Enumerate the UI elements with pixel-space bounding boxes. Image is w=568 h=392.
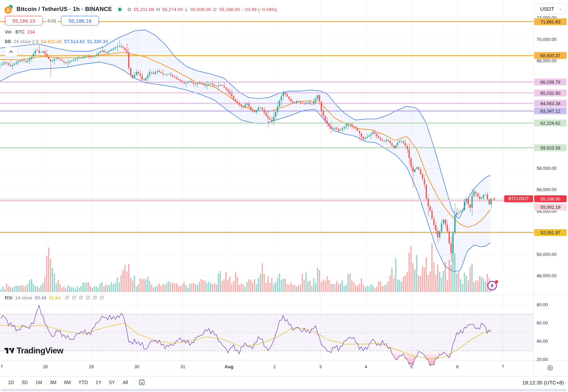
rsi-axis-label: 40.00	[537, 339, 548, 344]
bb-legend-title: BB	[5, 39, 11, 44]
time-axis-label: 29	[89, 364, 94, 369]
volume-legend[interactable]: Vol · BTC 234	[5, 29, 35, 34]
price-axis-label: 58,000.00	[537, 166, 557, 171]
price-axis-label: 56,000.00	[537, 187, 557, 193]
volume-value: 234	[27, 29, 35, 34]
range-button-all[interactable]: All	[119, 378, 131, 386]
range-button-ytd[interactable]: YTD	[75, 378, 91, 386]
watermark-text: TradingView	[17, 346, 63, 355]
hexagon-settings-icon	[547, 365, 553, 371]
chevron-up-icon	[9, 51, 13, 53]
range-button-6m[interactable]: 6M	[61, 378, 74, 386]
rsi-axis-label: 60.00	[537, 320, 548, 326]
currency-label: USDT	[540, 6, 554, 12]
rsi-value: 50.43	[35, 295, 47, 300]
flash-alert-button[interactable]	[486, 279, 499, 292]
time-axis-label: 30	[134, 364, 139, 369]
time-axis-label: 6	[456, 364, 458, 369]
buy-button[interactable]: 55,186.16	[61, 16, 99, 25]
time-axis-label: 31	[180, 364, 185, 369]
change-value: −23.99 (−0.04%)	[242, 7, 277, 12]
time-axis-label: 28	[43, 364, 48, 369]
chart-canvas[interactable]	[0, 0, 568, 392]
tradingview-logo-icon	[4, 346, 14, 355]
ohlc-values: O55,211.98 H55,274.00 L55,006.00 C55,188…	[128, 7, 277, 12]
open-value: 55,211.98	[133, 7, 154, 12]
range-button-5y[interactable]: 5Y	[106, 378, 118, 386]
rsi-axis-label: 80.00	[537, 302, 548, 308]
btc-usdt-pair-icon: ₿	[3, 4, 14, 14]
price-line-label: 64,063.38	[534, 100, 567, 107]
rsi-disabled-values: ∅∅∅∅∅∅	[65, 295, 104, 300]
symbol-price-badge: BTCUSDT	[504, 195, 533, 202]
open-label: O	[128, 7, 131, 12]
volume-legend-title: Vol · BTC	[5, 29, 25, 34]
time-axis-label: 4	[365, 364, 367, 369]
time-axis-label: 5	[410, 364, 412, 369]
price-line-label: 55,002.19	[534, 204, 567, 210]
price-axis-label: 68,000.00	[537, 58, 557, 64]
tradingview-chart-app: ₿ Bitcoin / TetherUS · 1h · BINANCE O55,…	[0, 0, 568, 392]
time-axis-label: 7	[0, 364, 3, 369]
price-line-label: 66,039.79	[534, 79, 567, 85]
axis-settings-button[interactable]	[546, 364, 555, 372]
rsi-empty-value: ∅	[65, 295, 69, 300]
bb-legend[interactable]: BB 24 close 2 0 54,422.48 57,514.62 51,3…	[5, 39, 108, 44]
rsi-legend[interactable]: RSI 14 close 50.43 52.64 ∅∅∅∅∅∅	[5, 295, 104, 300]
toolbar-divider	[134, 379, 135, 386]
goto-date-button[interactable]	[138, 379, 145, 386]
range-button-1y[interactable]: 1Y	[92, 378, 104, 386]
rsi-empty-value: ∅	[72, 295, 76, 300]
lightning-icon	[486, 279, 499, 292]
calendar-goto-icon	[138, 379, 145, 386]
close-label: C	[213, 7, 217, 12]
symbol-title[interactable]: Bitcoin / TetherUS · 1h · BINANCE	[17, 6, 112, 13]
high-label: H	[156, 7, 160, 12]
time-axis-label: 2	[273, 364, 276, 369]
price-line-label: 59,923.59	[534, 144, 567, 151]
price-line-label: 63,347.12	[534, 107, 567, 114]
time-axis-label: 7	[501, 364, 504, 369]
clock[interactable]: 18:12:35 (UTC+8)	[522, 380, 568, 385]
order-buttons: 55,186.15 0.01 55,186.16	[5, 16, 99, 25]
price-line-label: 71,661.63	[534, 18, 567, 25]
price-line-label: 52,051.97	[534, 229, 567, 236]
bb-params: 24 close 2 0	[13, 39, 39, 44]
bb-basis-value: 54,422.48	[41, 39, 62, 44]
range-button-3m[interactable]: 3M	[47, 378, 59, 386]
rsi-params: 14 close	[15, 295, 32, 300]
price-line-label: 62,224.62	[534, 120, 567, 126]
price-axis-label: 70,000.00	[537, 37, 557, 42]
rsi-axis-label: 20.00	[537, 357, 548, 362]
time-axis-label: 3	[319, 364, 321, 369]
currency-selector[interactable]: USDT ⌄	[536, 3, 566, 14]
range-button-1m[interactable]: 1M	[32, 378, 45, 386]
low-label: L	[185, 7, 188, 12]
low-value: 55,006.00	[190, 7, 211, 12]
time-axis-label: Aug	[225, 364, 233, 369]
rsi-legend-title: RSI	[5, 295, 13, 300]
bb-lower-value: 51,330.33	[87, 39, 108, 44]
rsi-empty-value: ∅	[93, 295, 97, 300]
range-button-5d[interactable]: 5D	[19, 378, 31, 386]
rsi-empty-value: ∅	[100, 295, 104, 300]
chevron-down-icon: ⌄	[559, 7, 562, 11]
sell-button[interactable]: 55,186.15	[5, 16, 43, 25]
rsi-empty-value: ∅	[79, 295, 83, 300]
bottom-toolbar: 1D5D1M3M6MYTD1Y5YAll 18:12:35 (UTC+8)	[0, 376, 568, 388]
bitcoin-icon: ₿	[4, 6, 12, 14]
bb-upper-value: 57,514.62	[64, 39, 85, 44]
close-value: 55,188.00	[219, 7, 240, 12]
price-axis-label: 48,000.00	[537, 273, 557, 279]
tradingview-watermark[interactable]: TradingView	[4, 346, 63, 355]
price-line-label: 68,500.37	[534, 52, 567, 59]
price-axis-label: 50,000.00	[537, 252, 557, 257]
range-selector: 1D5D1M3M6MYTD1Y5YAll	[5, 378, 131, 386]
symbol-legend: ₿ Bitcoin / TetherUS · 1h · BINANCE O55,…	[3, 4, 277, 14]
market-status-icon[interactable]	[118, 8, 121, 11]
high-value: 55,274.00	[162, 7, 183, 12]
horizontal-scrollbar[interactable]	[1, 389, 567, 391]
collapse-legend-button[interactable]	[5, 47, 17, 57]
range-button-1d[interactable]: 1D	[5, 378, 17, 386]
current-price-label: 55,188.00	[534, 195, 567, 202]
